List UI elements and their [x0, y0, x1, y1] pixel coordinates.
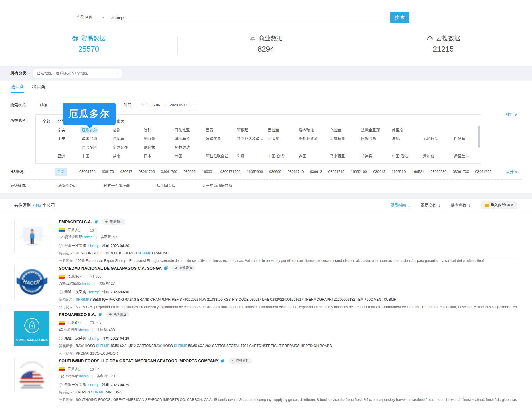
hs-code-option[interactable]: 16052900 [247, 170, 263, 174]
region-country-option[interactable]: 尼加拉瓜 [422, 136, 453, 141]
hs-code-option[interactable]: 030695 [184, 170, 196, 174]
copy-icon[interactable] [164, 266, 168, 270]
region-country-option[interactable]: 洪都拉斯 [328, 136, 359, 141]
keyword-link[interactable]: shrimp [88, 383, 99, 387]
advanced-filter-option[interactable]: 近一年新增进口商 [202, 183, 232, 188]
tab-importers[interactable]: 进口商 [11, 81, 24, 93]
region-country-option[interactable]: 巴拉圭 [266, 127, 297, 133]
region-scrollbar-thumb[interactable] [478, 126, 480, 148]
company-name[interactable]: PROMARISCO S.A. [59, 312, 96, 317]
hs-code-option[interactable]: 03061792 [475, 170, 491, 174]
hs-code-option[interactable]: 16052100 [351, 170, 367, 174]
region-country-option[interactable]: 阿根廷 [235, 127, 266, 133]
hs-code-option[interactable]: 030613 [310, 170, 322, 174]
region-country-option[interactable]: 哥伦比亚 [173, 127, 204, 133]
region-country-option[interactable]: 阿鲁巴岛 [359, 136, 391, 141]
advanced-filter-option[interactable]: 从中国采购 [157, 183, 175, 188]
region-country-option[interactable]: 菲律宾 [359, 154, 391, 159]
region-country-option[interactable]: 斯里兰卡 [453, 154, 484, 159]
region-country-option[interactable]: 特立尼达和多巴... [235, 136, 266, 141]
advanced-filter-option[interactable]: 过滤物流公司 [54, 183, 77, 188]
copy-icon[interactable] [98, 313, 102, 316]
company-name[interactable]: SOUTHWIND FOODS LLC DBA GREAT AMERICAN S… [59, 359, 219, 363]
date-range-picker[interactable]: 2022-05-06 → 2023-05-05 [139, 101, 198, 109]
hs-code-option[interactable]: 03061730 [453, 170, 469, 174]
region-country-option[interactable]: 泰国 [297, 154, 328, 159]
hs-code-option[interactable]: 03069530 [431, 170, 447, 174]
region-country-option[interactable]: 哥斯达黎加 [297, 136, 328, 141]
hs-code-option[interactable]: 030600 [269, 170, 281, 174]
hs-code-option[interactable]: 03061740 [288, 170, 304, 174]
mail-count[interactable]: 8 [90, 228, 97, 232]
keyword-link[interactable]: shrimp [82, 235, 92, 239]
region-country-option[interactable]: 巴西 [204, 127, 235, 133]
stat-cloud-data[interactable]: 云搜数据 21215 [355, 31, 532, 56]
region-country-option[interactable]: 中国(台湾) [266, 154, 297, 159]
keyword-link[interactable]: shrimp [78, 374, 89, 378]
hs-code-option[interactable]: 306170 [102, 170, 114, 174]
search-input[interactable] [107, 15, 387, 20]
selected-region-dropdown[interactable]: 已选地区：厄瓜多尔等1个地区 ∨ [33, 69, 122, 78]
keyword-link[interactable]: shrimp [88, 337, 99, 341]
hs-code-option[interactable]: 03061719 [328, 170, 345, 174]
region-country-option[interactable]: 萨尔瓦多 [111, 145, 142, 150]
keyword-link[interactable]: shrimp [88, 290, 99, 294]
company-logo[interactable]: CERTIFIED PRODUCT HACCP [14, 265, 49, 300]
region-country-option[interactable]: 海地 [391, 136, 422, 141]
sort-trade-count[interactable]: 贸易次数↓ [421, 203, 440, 208]
stat-business-data[interactable]: 商业数据 8294 [177, 31, 355, 56]
company-logo[interactable] [14, 358, 49, 392]
hs-code-option[interactable]: 030617 [120, 170, 132, 174]
hs-code-option[interactable]: 03061720 [79, 170, 96, 174]
hs-code-option[interactable]: 160001 [202, 170, 214, 174]
expand-link[interactable]: 展开 ∨ [503, 169, 518, 174]
region-country-option[interactable]: 厄瓜多尔 [80, 127, 111, 133]
copy-icon[interactable] [221, 359, 225, 363]
sort-supplier-count[interactable]: 供应商数↓ [451, 203, 471, 208]
advanced-filter-option[interactable]: 只有一个供应商 [104, 183, 130, 188]
mail-count[interactable]: 64 [90, 367, 99, 371]
hs-code-option[interactable]: 03061790 [161, 170, 177, 174]
region-country-option[interactable]: 加拿大 [111, 119, 142, 124]
region-country-option[interactable]: 秘鲁 [111, 127, 142, 133]
copy-icon[interactable] [94, 220, 98, 224]
region-all-option[interactable]: 全部 [43, 119, 58, 124]
region-country-option[interactable]: 中国(香港) [391, 154, 422, 159]
region-country-option[interactable]: 墨西哥 [142, 136, 173, 141]
region-country-option[interactable]: 中国 [80, 154, 111, 159]
region-country-option[interactable]: 巴巴多斯 [80, 145, 111, 150]
business-radar-badge[interactable]: 商情雷达 [229, 358, 252, 364]
region-country-option[interactable]: 巴拿马 [111, 136, 142, 141]
region-country-option[interactable]: 伯利兹 [142, 145, 173, 150]
region-country-option[interactable]: 乌拉圭 [328, 127, 359, 133]
region-country-option[interactable]: 越南 [111, 154, 142, 159]
region-country-option[interactable]: 马来西亚 [328, 154, 359, 159]
region-country-option[interactable]: 法属圭亚那 [359, 127, 391, 133]
business-radar-badge[interactable]: 商情雷达 [172, 265, 195, 271]
hs-code-option[interactable]: 1605210 [392, 170, 406, 174]
hs-code-option[interactable]: 0306171900 [220, 170, 241, 174]
region-country-option[interactable]: 波多黎各 [204, 136, 235, 141]
region-country-option[interactable]: 韩国 [173, 154, 204, 159]
company-name[interactable]: SOCIEDAD NACIONAL DE GALAPAGOS C.A. SONG… [59, 266, 162, 271]
mail-count[interactable]: 200 [90, 275, 101, 279]
region-country-option[interactable]: 智利 [142, 127, 173, 133]
region-country-option[interactable]: 多米尼加 [80, 136, 111, 141]
sort-trade-time[interactable]: 贸易时间↓ [391, 203, 410, 208]
collapse-link[interactable]: 收起 ∧ [506, 112, 518, 117]
keyword-link[interactable]: shrimp [80, 282, 90, 286]
tab-exporters[interactable]: 出口商 [32, 81, 45, 93]
region-country-option[interactable]: 苏里南 [391, 127, 422, 133]
mail-count[interactable]: 397 [90, 321, 101, 325]
region-country-option[interactable]: 牙买加 [266, 136, 297, 141]
hs-all-option[interactable]: 全部 [55, 168, 67, 176]
import-crm-button[interactable]: 导入内部CRM [481, 201, 517, 209]
region-country-option[interactable]: 阿拉伯联合酋长... [204, 154, 235, 159]
business-radar-badge[interactable]: 商情雷达 [106, 311, 129, 317]
search-category-dropdown[interactable]: 产品名称 ∨ [72, 12, 107, 23]
company-name[interactable]: EMPACRECI S.A. [59, 220, 92, 224]
keyword-link[interactable]: shrimp [78, 328, 89, 332]
region-country-option[interactable]: 印度 [235, 154, 266, 159]
business-radar-badge[interactable]: 商情雷达 [102, 219, 125, 225]
hs-code-option[interactable]: 160521 [412, 170, 424, 174]
